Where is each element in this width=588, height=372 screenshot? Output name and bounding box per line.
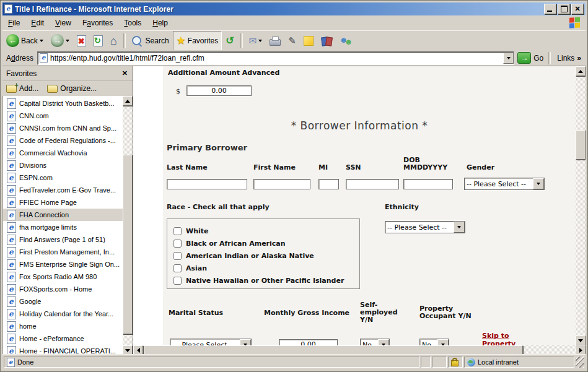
select-dropdown-button[interactable]: [533, 178, 544, 189]
resize-grip[interactable]: [576, 357, 584, 368]
scroll-up-button[interactable]: [123, 96, 133, 106]
menu-edit[interactable]: Edit: [25, 17, 50, 29]
favorite-item[interactable]: Google: [3, 295, 123, 308]
favorites-button[interactable]: ★ Favorites: [173, 31, 222, 51]
race-option[interactable]: Asian: [173, 262, 353, 274]
links-chevron-icon[interactable]: »: [577, 54, 581, 63]
menu-help[interactable]: Help: [147, 17, 173, 29]
favorite-item[interactable]: First Preston Management, In...: [3, 246, 123, 258]
edit-button[interactable]: ✎: [284, 31, 300, 51]
first-name-input[interactable]: [253, 179, 310, 189]
close-button[interactable]: ✕: [571, 4, 584, 14]
search-button[interactable]: Search: [128, 31, 173, 51]
favorites-close-button[interactable]: ✕: [121, 69, 129, 77]
race-option[interactable]: Native Hawaiian or Other Pacific Islande…: [173, 274, 353, 287]
page-vertical-scrollbar[interactable]: [576, 66, 586, 345]
favorite-item[interactable]: ESPN.com: [3, 171, 123, 184]
favorite-item[interactable]: home: [3, 320, 123, 332]
ie-favicon: [7, 284, 16, 295]
maximize-button[interactable]: [558, 4, 570, 14]
scroll-down-button[interactable]: [576, 335, 586, 345]
go-button[interactable]: →: [517, 52, 531, 64]
favorite-item[interactable]: Find Answers (Page 1 of 51): [3, 233, 123, 246]
mail-button[interactable]: ✉: [245, 31, 266, 51]
favorite-item[interactable]: FedTraveler.com E-Gov Trave...: [3, 184, 123, 196]
home-button[interactable]: ⌂: [107, 31, 121, 51]
race-option[interactable]: White: [173, 225, 353, 237]
race-checkbox[interactable]: [173, 240, 182, 248]
print-button[interactable]: [266, 31, 284, 51]
add-favorite-button[interactable]: Add...: [6, 84, 38, 93]
favorite-item[interactable]: FMS Enterprise Single Sign On...: [3, 258, 123, 270]
menu-tools[interactable]: Tools: [118, 17, 147, 29]
globe-icon: [467, 358, 475, 366]
refresh-button[interactable]: ↻: [90, 31, 107, 51]
stop-button[interactable]: ✖: [73, 31, 90, 51]
favorite-item[interactable]: FFIEC Home Page: [3, 196, 123, 209]
favorite-item[interactable]: fha mortgage limits: [3, 221, 123, 233]
scroll-thumb[interactable]: [576, 130, 586, 160]
favorite-item[interactable]: FHA Connection: [3, 209, 123, 221]
favorite-item-label: home: [19, 322, 37, 330]
research-button[interactable]: [317, 31, 336, 51]
borrower-information-title: * Borrower Information *: [251, 119, 468, 132]
menu-file[interactable]: File: [2, 17, 25, 29]
last-name-input[interactable]: [167, 179, 247, 189]
menu-bar: FileEditViewFavoritesToolsHelp: [2, 15, 586, 31]
menu-view[interactable]: View: [50, 17, 77, 29]
scroll-up-button[interactable]: [576, 66, 586, 76]
address-field[interactable]: https://entp.hud.gov/title1/html/f72loan…: [37, 51, 514, 65]
forward-button[interactable]: →: [47, 31, 73, 51]
race-option[interactable]: American Indian or Alaska Native: [173, 249, 353, 262]
back-button[interactable]: ← Back: [2, 31, 47, 51]
currency-symbol: $: [176, 88, 180, 95]
toolbar: ← Back → ✖ ↻ ⌂ Search ★ Favorites ↺: [2, 30, 586, 51]
select-dropdown-button[interactable]: [454, 222, 465, 233]
ethnicity-select[interactable]: -- Please Select --: [385, 221, 465, 233]
favorite-item[interactable]: Fox Sports Radio AM 980: [3, 270, 123, 283]
lock-pane: [448, 357, 463, 368]
race-option[interactable]: Black or African American: [173, 237, 353, 249]
scroll-thumb[interactable]: [123, 155, 133, 334]
race-checkbox[interactable]: [173, 277, 182, 285]
ie-favicon: [7, 148, 16, 158]
ssn-input[interactable]: [346, 179, 399, 189]
race-checkbox[interactable]: [173, 252, 182, 260]
ie-page-icon: [40, 53, 48, 63]
dob-label: DOB MMDDYYYY: [403, 157, 447, 171]
gender-select[interactable]: -- Please Select --: [464, 178, 545, 190]
additional-amount-input[interactable]: [186, 85, 252, 96]
favorite-item[interactable]: CNNSI.com from CNN and Sp...: [3, 122, 123, 134]
favorite-item[interactable]: FOXSports.com - Home: [3, 283, 123, 295]
discuss-button[interactable]: [300, 31, 317, 51]
forward-icon: →: [51, 34, 64, 47]
favorite-item[interactable]: Home - ePeformance: [3, 332, 123, 345]
dob-input[interactable]: [403, 179, 453, 189]
mi-input[interactable]: [318, 179, 339, 189]
organize-favorites-button[interactable]: Organize...: [47, 84, 97, 93]
favorites-scrollbar[interactable]: [123, 96, 133, 355]
favorite-item[interactable]: Capital District Youth Basketb...: [3, 97, 123, 110]
mi-label: MI: [318, 164, 328, 171]
go-label[interactable]: Go: [533, 54, 543, 63]
messenger-button[interactable]: [336, 31, 356, 51]
minimize-button[interactable]: [544, 4, 556, 14]
favorite-item[interactable]: Divisions: [3, 159, 123, 171]
forward-dropdown-arrow-icon[interactable]: [66, 40, 69, 44]
race-checkbox[interactable]: [173, 227, 182, 235]
favorite-item[interactable]: CNN.com: [3, 110, 123, 122]
history-button[interactable]: ↺: [222, 31, 237, 51]
race-checkbox[interactable]: [173, 264, 182, 272]
address-dropdown-button[interactable]: [503, 53, 514, 64]
links-label[interactable]: Links: [557, 54, 574, 63]
back-dropdown-arrow-icon[interactable]: [40, 40, 43, 44]
address-url[interactable]: https://entp.hud.gov/title1/html/f72loan…: [50, 54, 503, 63]
favorites-list: Capital District Youth Basketb...CNN.com…: [2, 96, 123, 355]
monthly-gross-income-label: Monthly Gross Income: [264, 309, 349, 317]
favorite-item[interactable]: Holiday Calendar for the Year...: [3, 308, 123, 320]
favorite-item[interactable]: Commercial Wachovia: [3, 147, 123, 159]
print-icon: [270, 39, 281, 46]
menu-favorites[interactable]: Favorites: [77, 17, 118, 29]
favorite-item[interactable]: Code of Federal Regulations -...: [3, 134, 123, 147]
mail-dropdown-arrow-icon[interactable]: [258, 40, 262, 44]
